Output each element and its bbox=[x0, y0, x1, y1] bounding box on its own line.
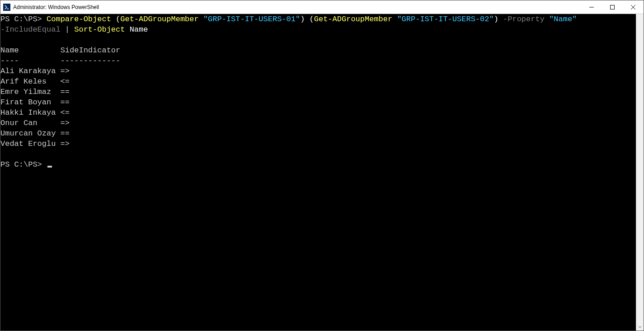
paren-close-1: ) bbox=[300, 15, 305, 23]
paren-open-2: ( bbox=[310, 15, 314, 23]
string-group-2: "GRP-IST-IT-USERS-02" bbox=[397, 15, 494, 23]
close-button[interactable] bbox=[623, 0, 644, 14]
output-sep-side: ------------- bbox=[61, 56, 121, 65]
terminal-area[interactable]: PS C:\PS> Compare-Object (Get-ADGroupMem… bbox=[0, 14, 644, 331]
param-property: -Property bbox=[503, 15, 545, 23]
string-group-1: "GRP-IST-IT-USERS-01" bbox=[203, 15, 300, 23]
minimize-button[interactable] bbox=[581, 0, 602, 14]
minimize-icon bbox=[589, 5, 594, 9]
cursor bbox=[47, 166, 52, 168]
string-name: "Name" bbox=[549, 15, 577, 23]
output-header-side: SideIndicator bbox=[61, 46, 121, 55]
cmdlet-get-adgroupmember-1: Get-ADGroupMember bbox=[120, 15, 198, 23]
cmdlet-get-adgroupmember-2: Get-ADGroupMember bbox=[314, 15, 392, 23]
paren-close-2: ) bbox=[494, 15, 498, 23]
paren-open-1: ( bbox=[116, 15, 120, 23]
titlebar[interactable]: Administrator: Windows PowerShell bbox=[0, 0, 644, 14]
cmdlet-compare-object: Compare-Object bbox=[47, 15, 111, 23]
param-includeequal: -IncludeEqual bbox=[0, 25, 61, 34]
output-sep-name: ---- bbox=[0, 56, 19, 65]
window-title: Administrator: Windows PowerShell bbox=[13, 4, 99, 10]
sort-arg: Name bbox=[130, 25, 148, 34]
prompt-2: PS C:\PS> bbox=[0, 160, 42, 169]
close-icon bbox=[631, 5, 635, 9]
cmdlet-sort-object: Sort-Object bbox=[74, 25, 125, 34]
terminal-content: PS C:\PS> Compare-Object (Get-ADGroupMem… bbox=[0, 14, 644, 170]
scrollbar-arrow-down-icon[interactable] bbox=[636, 323, 644, 331]
maximize-button[interactable] bbox=[602, 0, 623, 14]
powershell-icon bbox=[3, 4, 10, 11]
maximize-icon bbox=[610, 5, 615, 9]
prompt-1: PS C:\PS> bbox=[0, 15, 42, 23]
output-header-name: Name bbox=[0, 46, 19, 55]
pipe-symbol: | bbox=[65, 25, 70, 34]
svg-rect-2 bbox=[611, 5, 615, 9]
output-rows: Ali Karakaya => Arif Keles <= Emre Yilma… bbox=[0, 67, 70, 148]
powershell-window: Administrator: Windows PowerShell PS C:\… bbox=[0, 0, 644, 331]
vertical-scrollbar[interactable] bbox=[636, 14, 644, 331]
